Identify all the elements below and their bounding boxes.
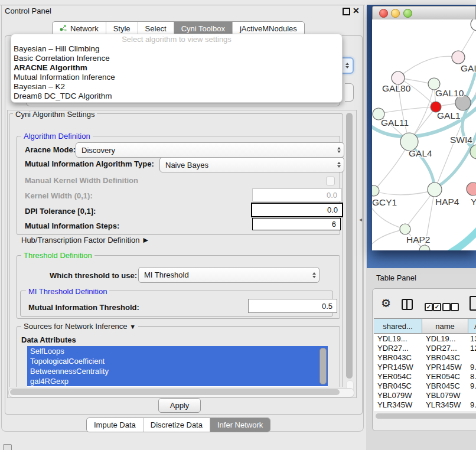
manual-kernel-width-checkbox[interactable] <box>326 177 335 185</box>
vertical-scrollbar[interactable] <box>346 113 353 379</box>
node-label-hap2: HAP2 <box>406 234 431 244</box>
bottom-tab-label: Infer Network <box>217 420 263 429</box>
network-node-gal[interactable] <box>452 51 465 64</box>
table-cell: 8. <box>468 371 476 381</box>
apply-button[interactable]: Apply <box>158 398 201 413</box>
dock-mini-button[interactable] <box>3 444 12 450</box>
sources-group-header[interactable]: Sources for Network Inference ▼ <box>21 322 138 331</box>
checked-checkbox-icon-2[interactable]: ✓ <box>433 303 441 311</box>
algorithm-option-bayesian-hill-climbing[interactable]: Bayesian – Hill Climbing <box>11 44 342 54</box>
algorithm-option-mutual-information-inference[interactable]: Mutual Information Inference <box>11 73 342 82</box>
panel-splitter-arrow-icon[interactable]: ◂ <box>359 216 362 223</box>
close-traffic-light[interactable] <box>379 9 388 18</box>
table-cell: YDR27... <box>374 343 422 353</box>
node-label-hap4: HAP4 <box>435 197 459 207</box>
attribute-list-scrollbar[interactable] <box>319 348 327 384</box>
expanded-arrow-icon: ▼ <box>129 323 136 330</box>
node-label-y: Y <box>471 197 476 207</box>
network-selector-combo-end-partial[interactable] <box>345 83 354 102</box>
column-header-shared[interactable]: shared... <box>374 318 422 334</box>
aracne-mode-combo[interactable]: Discovery <box>76 142 344 158</box>
table-row[interactable]: YDR27...YDR27...12 <box>374 343 476 353</box>
bottom-tab-discretize-data[interactable]: Discretize Data <box>144 418 210 432</box>
table-cell: YDL19... <box>374 334 422 343</box>
attribute-item-betweennesscentrality[interactable]: BetweennessCentrality <box>27 366 328 376</box>
unchecked-checkbox-icon-2[interactable] <box>451 303 459 311</box>
data-attributes-label: Data Attributes <box>21 335 76 344</box>
table-cell: YLR345W <box>374 400 422 409</box>
table-horizontal-scrollbar[interactable] <box>374 412 476 420</box>
table-cell: YBR043C <box>374 353 422 362</box>
minimize-traffic-light[interactable] <box>391 9 400 18</box>
table-row[interactable]: YDL19...YDL19...13 <box>374 334 476 343</box>
table-settings-gear-icon[interactable]: ⚙ <box>381 296 391 310</box>
mi-threshold-input[interactable]: 0.5 <box>248 299 337 313</box>
tab-label: Cyni Toolbox <box>181 24 225 33</box>
algorithm-option-bayesian-k2[interactable]: Bayesian – K2 <box>11 82 342 92</box>
table-row[interactable]: YER054CYER054C8. <box>374 371 476 381</box>
combo-stepper-icon <box>312 272 316 278</box>
algorithm-dropdown-placeholder: Select algorithm to view settings <box>11 34 342 44</box>
mi-steps-input[interactable]: 6 <box>252 218 341 230</box>
table-row[interactable]: YPR145WYPR145W9. <box>374 362 476 371</box>
right-region: GALGAL80GAL10GAL1GAL11GAL4SWI4GCY1HAP4YH… <box>366 0 476 450</box>
hub-definition-expander[interactable]: Hub/Transcription Factor Definition ▶ <box>21 236 148 244</box>
float-panel-icon[interactable] <box>343 8 350 15</box>
algorithm-option-aracne-algorithm[interactable]: ARACNE Algorithm <box>11 63 342 73</box>
network-node[interactable] <box>419 245 430 250</box>
attribute-item-topologicalcoefficient[interactable]: TopologicalCoefficient <box>27 356 328 366</box>
close-panel-icon[interactable]: ✕ <box>353 6 360 15</box>
attribute-item-selfloops[interactable]: SelfLoops <box>27 346 328 356</box>
table-cell: YDR27... <box>422 343 468 353</box>
checked-checkbox-icon-1[interactable]: ✓ <box>425 303 433 311</box>
bottom-tab-infer-network[interactable]: Infer Network <box>210 418 270 432</box>
network-node[interactable] <box>471 19 476 31</box>
bottom-tab-impute-data[interactable]: Impute Data <box>87 418 144 432</box>
node-label-gal11: GAL11 <box>381 118 409 128</box>
table-row[interactable]: YBL079WYBL079W <box>374 390 476 400</box>
table-panel: ⚙ ✓ ✓ shared...nameA YDL19...YDL19...13Y… <box>372 288 476 431</box>
table-horizontal-scrollbar-thumb[interactable] <box>376 413 476 419</box>
network-node-gal80[interactable] <box>392 71 405 84</box>
zoom-traffic-light[interactable] <box>403 9 412 18</box>
network-canvas[interactable]: GALGAL80GAL10GAL1GAL11GAL4SWI4GCY1HAP4YH… <box>372 19 476 250</box>
network-node-y[interactable] <box>467 182 476 195</box>
kernel-width-input[interactable]: 0.0 <box>252 188 342 201</box>
table-cell: 9. <box>468 400 476 409</box>
network-node-hap4[interactable] <box>428 182 442 197</box>
table-cell: YBR045C <box>422 381 468 390</box>
which-threshold-combo[interactable]: MI Threshold <box>138 267 319 283</box>
network-edge <box>398 56 458 78</box>
table-row[interactable]: YBR043CYBR043C <box>374 353 476 362</box>
algorithm-option-basic-correlation-inference[interactable]: Basic Correlation Inference <box>11 54 342 63</box>
unchecked-checkbox-icon-1[interactable] <box>442 303 451 311</box>
node-label-gal4: GAL4 <box>409 148 432 158</box>
aracne-mode-value: Discovery <box>81 146 115 155</box>
horizontal-scrollbar-thumb[interactable] <box>10 389 340 395</box>
apply-button-label: Apply <box>170 401 190 410</box>
dpi-tolerance-input[interactable]: 0.0 <box>251 203 343 217</box>
algorithm-option-dream8-dc-tdc-algorithm[interactable]: Dream8 DC_TDC Algorithm <box>11 92 342 101</box>
column-visibility-icon[interactable] <box>402 299 413 310</box>
table-cell: YBL079W <box>422 390 468 400</box>
table-header-row: shared...nameA <box>374 318 476 334</box>
table-cell <box>468 353 476 362</box>
column-header-name[interactable]: name <box>422 318 468 334</box>
inference-algorithm-combo-partial[interactable] <box>341 57 354 74</box>
table-row[interactable]: YLR345WYLR345W9. <box>374 400 476 409</box>
settings-content: Cyni Algorithm Settings Algorithm Defini… <box>8 110 345 387</box>
dpi-tolerance-value: 0.0 <box>327 206 338 214</box>
network-window-titlebar[interactable] <box>372 6 476 20</box>
mi-threshold-value: 0.5 <box>322 302 332 311</box>
attribute-item-gal4rgexp[interactable]: gal4RGexp <box>27 376 328 386</box>
mi-algorithm-type-value: Naive Bayes <box>165 161 208 169</box>
which-threshold-value: MI Threshold <box>144 270 189 279</box>
export-table-icon[interactable] <box>470 296 476 311</box>
mi-algorithm-type-combo[interactable]: Naive Bayes <box>159 157 344 172</box>
table-row[interactable]: YBR045CYBR045C9. <box>374 381 476 390</box>
network-node-gcy1[interactable] <box>372 185 379 196</box>
column-header-a[interactable]: A <box>468 318 476 334</box>
network-edge <box>374 191 432 195</box>
network-node-hap2[interactable] <box>400 224 410 234</box>
horizontal-scrollbar[interactable] <box>8 388 354 397</box>
